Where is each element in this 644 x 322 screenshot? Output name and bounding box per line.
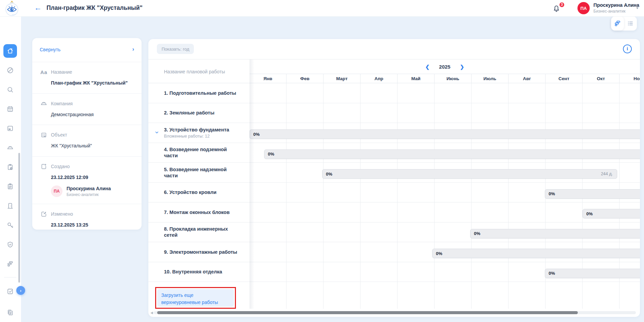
task-row: 1. Подготовительные работы [148,83,640,103]
bar-progress-label: 0% [253,132,260,137]
rail-scrollbar[interactable] [18,153,20,283]
task-name-cell[interactable]: 8. Прокладка инженерных сетей [148,222,250,242]
field-value: 23.12.2025 13:25 [51,222,134,229]
scroll-left-arrow-icon[interactable]: ◀ [150,311,153,315]
task-row: 9. Электромонтажные работы0% [148,242,640,262]
user-menu-chevron-down-icon[interactable]: ▾ [636,6,639,10]
back-arrow-button[interactable]: ← [33,4,43,13]
year-label: 2025 [439,64,450,70]
expand-panel-button[interactable]: › [16,286,25,295]
task-name-cell[interactable]: 1. Подготовительные работы [148,83,250,103]
gantt-bar[interactable]: 0%244 д. [322,169,617,179]
task-name-cell[interactable]: 7. Монтаж оконных блоков [148,202,250,222]
highlight-box: Загрузить еще верхнеуровневые работы [155,287,236,309]
rail-item-checkbox-icon[interactable] [3,285,17,298]
gantt-bar[interactable]: 0% [250,129,640,139]
collapse-panel-button[interactable]: Свернуть › [32,38,142,62]
task-name: 4. Возведение подземной части [164,146,239,159]
rail-item-search-icon[interactable] [3,83,17,96]
field-value: Демонстрационная [51,111,134,118]
gantt-toolbar: Показать: год i [148,39,640,59]
chevron-right-icon: › [132,46,134,52]
field-user: ПА Проскурина Алина Бизнес-аналитик [51,185,134,197]
rail-item-card-icon[interactable] [3,122,17,135]
detail-field-Название: Аа Название План-график ЖК "Хрустальный" [32,62,142,93]
task-name-cell[interactable]: 6. Устройство кровли [148,183,250,202]
field-label: Изменено [51,211,73,217]
show-period-button[interactable]: Показать: год [157,44,194,54]
rail-item-ban-icon[interactable] [3,64,17,77]
rail-item-calendar-icon[interactable] [3,102,17,116]
task-name-cell[interactable]: 2. Земляные работы [148,103,250,123]
task-name-cell[interactable]: 4. Возведение подземной части [148,143,250,163]
screen: ← План-график ЖК "Хрустальный" 3 ПА Прос… [0,0,644,322]
field-value: ЖК "Хрустальный" [51,143,134,149]
task-timeline-cell: 0% [250,222,640,242]
rail-divider [4,277,16,278]
load-more-button[interactable]: Загрузить еще верхнеуровневые работы [157,289,234,307]
task-column-header: Название плановой работы [148,59,250,83]
gantt-bar[interactable]: 0% [470,229,640,238]
field-label: Создано [51,164,70,169]
rail-item-key-icon[interactable] [3,218,17,232]
field-user-role: Бизнес-аналитик [67,192,111,197]
month-header-row: ЯнвФевМартАпрМайИюньИюльАвгСентОктНоя [250,74,640,83]
next-year-chevron-right-icon[interactable]: ❯ [460,64,464,69]
page-title: План-график ЖК "Хрустальный" [47,4,143,12]
task-name: 10. Внутренняя отделка [164,269,239,275]
view-mode-toggle [611,16,637,31]
gantt-bar[interactable]: 0% [545,269,640,278]
info-icon[interactable]: i [623,44,632,53]
app-logo-ornament-eye-icon [4,0,20,16]
month-header-Июнь: Июнь [435,74,472,83]
task-timeline-cell: 0% [250,123,640,143]
gantt-bar[interactable]: 0% [264,149,640,159]
month-header-Ноя: Ноя [620,74,640,83]
month-header-Янв: Янв [250,74,287,83]
task-row: 7. Монтаж оконных блоков0% [148,202,640,222]
rail-item-shield-check-icon[interactable] [3,238,17,251]
gantt-view-button[interactable] [611,16,624,31]
task-timeline-cell: 0% [250,262,640,282]
month-header-Окт: Окт [583,74,620,83]
month-header-Фев: Фев [287,74,324,83]
task-subtitle: Вложенные работы: 12 [164,134,239,139]
year-navigation: ❮ 2025 ❯ [250,59,640,74]
month-header-Июль: Июль [472,74,509,83]
task-name-cell[interactable]: 5. Возведение надземной части [148,163,250,182]
task-name-cell[interactable]: 3. Устройство фундаментаВложенные работы… [148,123,250,143]
task-timeline-cell [250,83,640,103]
rail-item-clipboard-list-icon[interactable] [3,180,17,193]
gantt-bar[interactable]: 0% [583,209,640,218]
user-role: Бизнес-аналитик [593,9,626,14]
rail-item-helmet-icon[interactable] [3,141,17,155]
task-row: 4. Возведение подземной части0% [148,143,640,163]
gantt-bar[interactable]: 0% [432,249,640,258]
bar-duration-label: 244 д. [601,172,613,176]
rail-item-clipboard-check-icon[interactable] [3,160,17,174]
gantt-header-row: Название плановой работы ❮ 2025 ❯ ЯнвФев… [148,59,640,83]
rail-item-home-icon[interactable] [3,44,17,58]
rail-item-copy-docs-icon[interactable] [3,306,17,319]
task-name-cell[interactable]: 10. Внутренняя отделка [148,262,250,282]
task-name-cell[interactable]: 9. Электромонтажные работы [148,242,250,262]
user-avatar[interactable]: ПА [577,2,590,14]
bar-progress-label: 0% [549,271,555,276]
file-plus-icon [40,163,48,170]
bar-progress-label: 0% [326,172,332,177]
task-timeline-cell [250,103,640,123]
rail-item-door-icon[interactable] [3,199,17,213]
detail-field-Объект: Объект ЖК "Хрустальный" [32,125,142,156]
gantt-bar[interactable]: 0% [545,189,640,199]
chevron-down-icon[interactable] [154,130,160,136]
avatar: ПА [51,185,62,197]
field-user-name: Проскурина Алина [67,186,111,191]
list-view-button[interactable] [624,16,637,31]
gantt-card: Показать: год i Название плановой работы… [148,39,640,317]
rail-item-gantt-icon[interactable] [3,257,17,271]
prev-year-chevron-left-icon[interactable]: ❮ [425,64,430,69]
plan-details-panel: Свернуть › Аа Название План-график ЖК "Х… [32,38,142,230]
task-row: 6. Устройство кровли0% [148,183,640,203]
task-timeline-cell: 0% [250,202,640,222]
horizontal-scrollbar-thumb[interactable] [157,311,578,314]
